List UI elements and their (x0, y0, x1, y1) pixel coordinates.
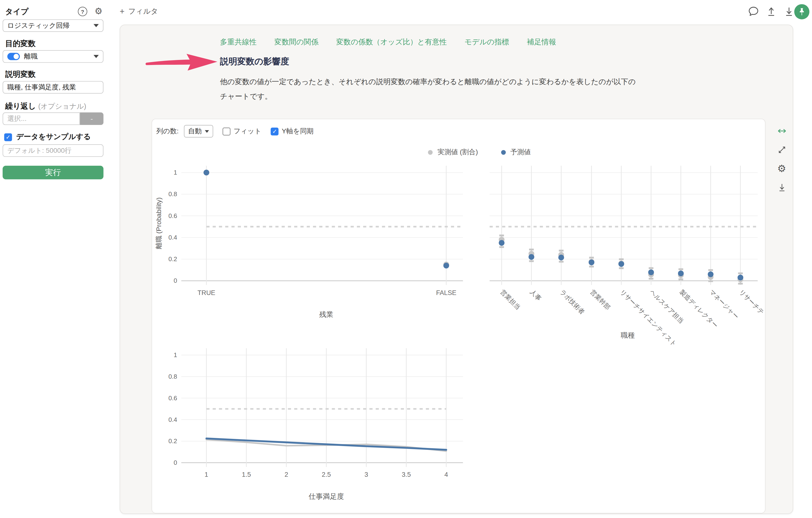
run-button[interactable]: 実行 (3, 166, 104, 180)
pushpin-icon (798, 7, 806, 16)
explanatory-variables-label: 説明変数 (5, 70, 35, 79)
tab-multicollinearity[interactable]: 多重共線性 (220, 38, 257, 47)
svg-text:人事: 人事 (529, 288, 543, 302)
svg-text:離職 (Probability): 離職 (Probability) (155, 197, 163, 249)
svg-text:営業担当: 営業担当 (499, 288, 522, 311)
svg-text:0.8: 0.8 (169, 373, 177, 380)
comment-icon[interactable] (747, 5, 760, 18)
target-variable-select[interactable]: 離職 (3, 50, 104, 62)
chevron-down-icon (93, 55, 99, 58)
repeat-remove-button[interactable]: - (80, 112, 104, 125)
chart-panel: 列の数: 自動 フィット ✓ Y軸を同期 実測値 (割合) (151, 119, 765, 513)
svg-text:3.5: 3.5 (402, 471, 411, 478)
svg-text:0.2: 0.2 (169, 437, 177, 445)
svg-text:仕事満足度: 仕事満足度 (309, 492, 344, 500)
explanatory-variables-input[interactable]: 職種, 仕事満足度, 残業 (3, 81, 104, 93)
expand-diagonal-icon[interactable] (775, 143, 788, 156)
description-line1: 他の変数の値が一定であったとき、それぞれの説明変数の確率が変わると離職の値がどの… (220, 78, 636, 86)
svg-text:0.4: 0.4 (169, 234, 177, 241)
model-type-select[interactable]: ロジスティック回帰 (3, 20, 104, 32)
result-tabs: 多重共線性 変数間の関係 変数の係数（オッズ比）と有意性 モデルの指標 補足情報 (220, 38, 556, 47)
chevron-down-icon (93, 24, 99, 27)
svg-text:4: 4 (444, 471, 448, 478)
svg-text:1: 1 (205, 471, 208, 478)
add-filter-button[interactable]: + フィルタ (120, 7, 158, 16)
svg-text:0.8: 0.8 (169, 190, 177, 198)
settings-gear-icon[interactable]: ⚙ (95, 7, 103, 16)
add-filter-label: フィルタ (128, 7, 158, 16)
plus-icon: + (120, 7, 124, 16)
svg-text:0.6: 0.6 (169, 212, 177, 219)
explanatory-variables-value: 職種, 仕事満足度, 残業 (7, 82, 76, 92)
sample-data-row: ✓ データをサンプルする (4, 132, 91, 142)
section-description: 他の変数の値が一定であったとき、それぞれの説明変数の確率が変わると離職の値がどの… (220, 74, 711, 104)
svg-text:1: 1 (174, 351, 177, 358)
target-variable-label: 目的変数 (5, 38, 35, 49)
chart-settings-gear-icon[interactable]: ⚙ (775, 162, 788, 174)
svg-text:0.6: 0.6 (169, 394, 177, 402)
repeat-optional-label: (オプショナル) (38, 102, 86, 110)
svg-text:FALSE: FALSE (436, 289, 456, 296)
svg-text:マネージャー: マネージャー (708, 288, 740, 320)
download-icon[interactable] (783, 5, 795, 18)
svg-text:0: 0 (174, 459, 177, 466)
sample-size-placeholder: デフォルト: 50000行 (7, 146, 72, 155)
svg-text:2: 2 (285, 471, 288, 478)
repeat-select[interactable]: 選択... (3, 112, 80, 125)
section-title: 説明変数の影響度 (220, 56, 289, 67)
svg-text:職種: 職種 (620, 331, 635, 339)
svg-text:営業幹部: 営業幹部 (589, 288, 612, 311)
type-label: タイプ (5, 7, 29, 17)
svg-text:2.5: 2.5 (322, 471, 331, 478)
sample-size-input[interactable]: デフォルト: 50000行 (3, 144, 104, 157)
app-window: タイプ ? ⚙ ロジスティック回帰 目的変数 離職 説明変数 職種, 仕事満足度… (0, 0, 812, 518)
repeat-placeholder: 選択... (7, 114, 27, 123)
help-icon[interactable]: ? (78, 7, 87, 16)
analytics-sidebar: タイプ ? ⚙ ロジスティック回帰 目的変数 離職 説明変数 職種, 仕事満足度… (0, 0, 108, 518)
tab-variable-relationships[interactable]: 変数間の関係 (274, 38, 319, 47)
pin-button[interactable] (794, 4, 809, 19)
topbar (108, 0, 812, 24)
tab-supplementary-info[interactable]: 補足情報 (527, 38, 556, 47)
svg-text:3: 3 (365, 471, 368, 478)
svg-text:1: 1 (174, 169, 177, 176)
description-line2: チャートです。 (220, 92, 272, 101)
repeat-label-row: 繰り返し (オプショナル) (5, 102, 86, 111)
repeat-label: 繰り返し (5, 102, 36, 110)
annotation-arrow-icon (145, 52, 219, 72)
analytics-result-card: 多重共線性 変数間の関係 変数の係数（オッズ比）と有意性 モデルの指標 補足情報… (120, 24, 793, 514)
chart-download-icon[interactable] (775, 181, 788, 193)
svg-text:リサーチテ: リサーチテ (738, 288, 765, 316)
svg-text:0.2: 0.2 (169, 255, 177, 263)
svg-text:0: 0 (174, 277, 177, 284)
expand-width-icon[interactable] (775, 125, 788, 137)
sample-data-label: データをサンプルする (16, 132, 91, 142)
target-variable-value: 離職 (24, 52, 38, 61)
svg-text:1.5: 1.5 (242, 471, 251, 478)
tab-model-metrics[interactable]: モデルの指標 (464, 38, 509, 47)
svg-text:ラボ技術者: ラボ技術者 (559, 288, 586, 316)
effects-charts[interactable]: 00.20.40.60.81離職 (Probability)TRUEFALSE残… (152, 119, 766, 514)
chart-tool-strip: ⚙ (775, 125, 788, 193)
tab-coefficients-odds-ratio[interactable]: 変数の係数（オッズ比）と有意性 (336, 38, 447, 47)
upload-icon[interactable] (765, 5, 778, 18)
svg-text:残業: 残業 (319, 310, 334, 318)
sample-data-checkbox[interactable]: ✓ (4, 133, 12, 141)
toggle-on-icon[interactable] (7, 53, 20, 60)
model-type-value: ロジスティック回帰 (7, 21, 70, 30)
svg-text:TRUE: TRUE (198, 289, 215, 296)
svg-text:0.4: 0.4 (169, 416, 177, 423)
